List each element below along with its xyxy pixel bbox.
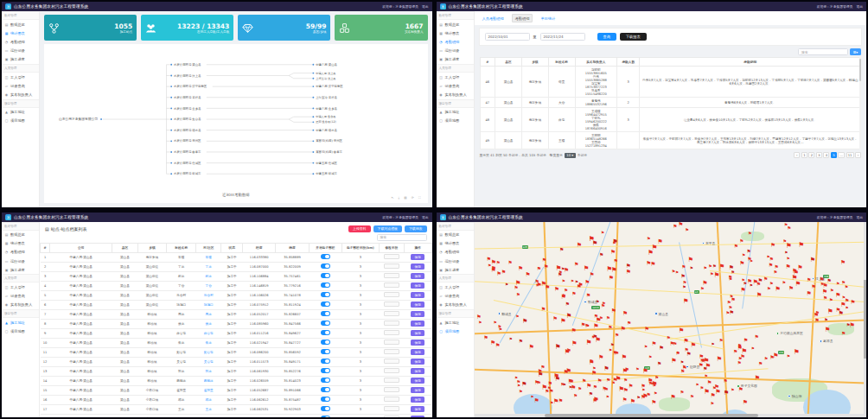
site-flag-marker[interactable]: ⚑ xyxy=(496,261,501,266)
site-flag-marker[interactable]: ⚑ xyxy=(657,238,663,244)
site-flag-marker[interactable]: ⚑ xyxy=(566,348,571,353)
sidebar-item-site[interactable]: ▲施工地址 xyxy=(437,108,474,117)
site-flag-marker[interactable]: ⚑ xyxy=(493,321,496,326)
radius-input[interactable] xyxy=(384,397,399,402)
site-flag-marker[interactable]: ⚑ xyxy=(696,384,699,388)
site-flag-marker[interactable]: ⚑ xyxy=(598,354,603,360)
save-button[interactable]: 保存 xyxy=(411,302,424,308)
project-map[interactable]: G35G220105G3249338⚑⚑⚑⚑⚑⚑⚑⚑⚑⚑⚑⚑⚑⚑⚑⚑⚑⚑⚑⚑⚑⚑… xyxy=(475,222,867,418)
site-flag-marker[interactable]: ⚑ xyxy=(758,361,763,366)
site-flag-marker[interactable]: ⚑ xyxy=(827,278,832,283)
sidebar-item-chart[interactable]: ▦统计图表 xyxy=(437,29,474,37)
site-flag-marker[interactable]: ⚑ xyxy=(712,264,717,269)
logout-link[interactable]: 退出 xyxy=(856,215,863,219)
site-flag-marker[interactable]: ⚑ xyxy=(659,346,664,352)
site-flag-marker[interactable]: ⚑ xyxy=(795,281,801,288)
site-flag-marker[interactable]: ⚑ xyxy=(560,318,566,325)
column-header[interactable]: 公司 xyxy=(50,243,112,252)
page-button[interactable]: › xyxy=(855,152,861,158)
site-flag-marker[interactable]: ⚑ xyxy=(552,316,558,321)
column-header[interactable]: 经度 xyxy=(243,243,276,252)
village-link[interactable]: 朱庄 xyxy=(206,341,212,345)
village-link[interactable]: 薛官屯 xyxy=(204,332,214,335)
site-flag-marker[interactable]: ⚑ xyxy=(680,369,685,374)
site-flag-marker[interactable]: ⚑ xyxy=(681,265,686,270)
column-header[interactable]: 标段名称 xyxy=(548,58,575,67)
sidebar-item-record[interactable]: ▭运行记录 xyxy=(437,257,474,265)
site-flag-marker[interactable]: ⚑ xyxy=(642,393,648,399)
save-button[interactable]: 保存 xyxy=(411,387,424,393)
site-flag-marker[interactable]: ⚑ xyxy=(657,362,661,367)
site-flag-marker[interactable]: ⚑ xyxy=(845,285,849,289)
columns-button[interactable]: ☰▾ xyxy=(850,48,861,55)
site-flag-marker[interactable]: ⚑ xyxy=(712,343,715,347)
site-flag-marker[interactable]: ⚑ xyxy=(623,378,628,383)
sidebar-item-workers[interactable]: ◫工人管理 xyxy=(2,283,39,291)
site-flag-marker[interactable]: ⚑ xyxy=(519,390,523,394)
site-flag-marker[interactable]: ⚑ xyxy=(593,397,599,403)
site-flag-marker[interactable]: ⚑ xyxy=(571,384,576,390)
site-flag-marker[interactable]: ⚑ xyxy=(731,270,735,275)
sidebar-item-map[interactable]: ▢项目地图 xyxy=(2,327,39,335)
site-flag-marker[interactable]: ⚑ xyxy=(770,243,775,249)
site-flag-marker[interactable]: ⚑ xyxy=(807,277,811,283)
page-button[interactable]: 1 xyxy=(801,152,807,158)
save-button[interactable]: 保存 xyxy=(411,368,424,374)
site-flag-marker[interactable]: ⚑ xyxy=(478,321,482,326)
site-flag-marker[interactable]: ⚑ xyxy=(586,293,591,298)
site-flag-marker[interactable]: ⚑ xyxy=(729,310,734,316)
sidebar-item-overview[interactable]: ▤数据总览 xyxy=(437,20,474,29)
village-link[interactable]: 西杨庄 xyxy=(204,379,214,383)
site-flag-marker[interactable]: ⚑ xyxy=(830,289,834,293)
site-flag-marker[interactable]: ⚑ xyxy=(707,380,712,385)
site-flag-marker[interactable]: ⚑ xyxy=(727,301,731,306)
fence-toggle[interactable] xyxy=(321,359,330,364)
site-flag-marker[interactable]: ⚑ xyxy=(590,359,594,365)
save-button[interactable]: 保存 xyxy=(411,283,424,289)
site-flag-marker[interactable]: ⚑ xyxy=(714,384,719,390)
site-flag-marker[interactable]: ⚑ xyxy=(648,355,652,359)
site-flag-marker[interactable]: ⚑ xyxy=(606,378,610,384)
site-flag-marker[interactable]: ⚑ xyxy=(755,334,759,340)
search-button[interactable]: 查询 xyxy=(597,33,616,41)
site-flag-marker[interactable]: ⚑ xyxy=(764,357,769,361)
site-flag-marker[interactable]: ⚑ xyxy=(611,267,617,274)
site-flag-marker[interactable]: ⚑ xyxy=(528,344,533,350)
site-flag-marker[interactable]: ⚑ xyxy=(622,311,628,317)
sidebar-item-detail[interactable]: ◔考勤明细 xyxy=(2,248,39,257)
site-flag-marker[interactable]: ⚑ xyxy=(766,256,769,260)
date-end-input[interactable]: 2022/11/24 xyxy=(540,33,585,41)
site-flag-marker[interactable]: ⚑ xyxy=(599,316,603,321)
fence-toggle[interactable] xyxy=(321,273,330,278)
site-flag-marker[interactable]: ⚑ xyxy=(740,287,746,293)
site-flag-marker[interactable]: ⚑ xyxy=(773,352,779,359)
site-flag-marker[interactable]: ⚑ xyxy=(705,374,708,378)
site-flag-marker[interactable]: ⚑ xyxy=(594,314,598,320)
site-flag-marker[interactable]: ⚑ xyxy=(514,377,518,381)
radius-input[interactable] xyxy=(384,311,399,316)
download-template-button[interactable]: 下载站点模板 xyxy=(373,225,402,232)
sidebar-item-detail[interactable]: ◔考勤明细 xyxy=(437,37,474,46)
fence-toggle[interactable] xyxy=(321,330,330,335)
save-button[interactable]: 保存 xyxy=(411,330,424,336)
site-flag-marker[interactable]: ⚑ xyxy=(603,387,609,392)
site-flag-marker[interactable]: ⚑ xyxy=(814,318,820,323)
save-button[interactable]: 保存 xyxy=(411,321,424,327)
site-flag-marker[interactable]: ⚑ xyxy=(744,282,748,286)
site-flag-marker[interactable]: ⚑ xyxy=(678,222,683,228)
site-flag-marker[interactable]: ⚑ xyxy=(595,337,601,344)
site-flag-marker[interactable]: ⚑ xyxy=(544,264,549,270)
site-flag-marker[interactable]: ⚑ xyxy=(825,327,831,333)
sidebar-item-leader[interactable]: ◉实名制负责人 xyxy=(437,90,474,98)
site-flag-marker[interactable]: ⚑ xyxy=(680,274,686,279)
site-flag-marker[interactable]: ⚑ xyxy=(606,396,610,400)
fence-toggle[interactable] xyxy=(321,387,330,392)
org-tree-chart[interactable]: 山东公用水务集团有限公司水发公用环境·梁山县中建八局·梁山县水发公用环境·汶上县… xyxy=(44,44,428,203)
site-flag-marker[interactable]: ⚑ xyxy=(842,296,846,301)
site-flag-marker[interactable]: ⚑ xyxy=(611,308,616,314)
site-flag-marker[interactable]: ⚑ xyxy=(685,228,689,232)
save-button[interactable]: 保存 xyxy=(411,292,424,298)
page-button[interactable]: … xyxy=(838,152,845,158)
site-flag-marker[interactable]: ⚑ xyxy=(498,325,502,329)
site-flag-marker[interactable]: ⚑ xyxy=(483,335,488,340)
